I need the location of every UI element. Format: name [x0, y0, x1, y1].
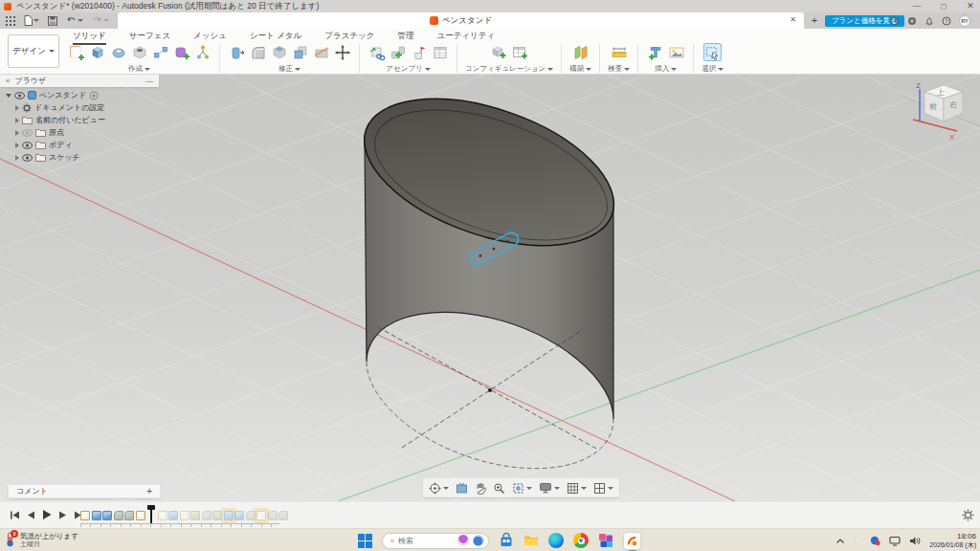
weather-widget[interactable]: 9 気温が上がります 土曜日: [3, 531, 78, 548]
browser-root-row[interactable]: ペンスタンド: [0, 89, 159, 101]
job-status-icon[interactable]: [890, 16, 900, 26]
new-tab-button[interactable]: +: [809, 14, 820, 26]
new-component-icon[interactable]: [368, 43, 386, 61]
close-button[interactable]: ✕: [965, 0, 976, 12]
explorer-icon[interactable]: [523, 533, 539, 548]
timeline-feature-extrude-icon[interactable]: [234, 511, 244, 520]
browser-item-doc-settings[interactable]: ドキュメントの設定: [0, 101, 159, 114]
taskbar-clock[interactable]: 18:06 2026/01/08 (木): [929, 532, 976, 549]
play-icon[interactable]: [42, 509, 52, 520]
view-cube[interactable]: Z X 上 前 右: [905, 77, 980, 147]
tray-x-app-icon[interactable]: ✕: [854, 536, 861, 546]
timeline-feature-sketch-icon[interactable]: [180, 511, 189, 520]
create-form-icon[interactable]: [172, 43, 190, 61]
browser-root-label[interactable]: ペンスタンド: [39, 90, 86, 100]
configuration-table-icon[interactable]: [511, 43, 529, 61]
tray-chevron-up-icon[interactable]: [835, 538, 845, 544]
timeline-feature-fillet-icon[interactable]: [246, 511, 256, 520]
add-comment-button[interactable]: +: [146, 486, 152, 496]
tab-close-icon[interactable]: ✕: [790, 15, 796, 24]
insert-image-icon[interactable]: [667, 43, 685, 61]
browser-item-bodies[interactable]: ボディ: [0, 139, 159, 151]
timeline-feature-sketch-icon[interactable]: [136, 511, 145, 520]
model-viewport[interactable]: « ブラウザ — ペンスタンド ドキュメントの設定: [0, 75, 980, 501]
undo-icon[interactable]: [66, 16, 83, 25]
store-icon[interactable]: [499, 533, 514, 548]
joint-icon[interactable]: [389, 43, 407, 61]
tray-status-dot-icon[interactable]: [870, 536, 880, 546]
notifications-bell-icon[interactable]: [924, 16, 934, 26]
joint-origin-icon[interactable]: [410, 43, 428, 61]
bom-table-icon[interactable]: [431, 43, 449, 61]
edge-icon[interactable]: [548, 533, 564, 548]
search-highlight-image-shoe[interactable]: [473, 535, 484, 546]
chrome-icon[interactable]: [573, 533, 589, 548]
timeline-feature-sketch-icon[interactable]: [80, 511, 90, 520]
caret-right-icon[interactable]: [15, 118, 19, 123]
create-sketch-icon[interactable]: [67, 43, 85, 61]
display-settings-icon[interactable]: [539, 482, 560, 494]
shell-icon[interactable]: [270, 43, 288, 61]
timeline-feature-fillet-icon[interactable]: [114, 511, 123, 520]
eye-icon[interactable]: [14, 92, 25, 99]
caret-right-icon[interactable]: [15, 143, 19, 148]
app-grid-icon[interactable]: [6, 16, 15, 26]
timeline-feature-pattern-icon[interactable]: [190, 511, 200, 520]
timeline-ruler[interactable]: [80, 523, 279, 527]
activate-radio-icon[interactable]: [89, 91, 99, 100]
insert-canvas-icon[interactable]: [646, 43, 664, 61]
timeline-feature-sketch-icon[interactable]: [158, 511, 167, 520]
construction-plane-icon[interactable]: [571, 43, 590, 61]
redo-icon[interactable]: [92, 16, 109, 25]
browser-minimize-icon[interactable]: —: [145, 77, 153, 85]
fit-icon[interactable]: [512, 482, 532, 495]
browser-header[interactable]: « ブラウザ —: [0, 75, 159, 87]
configuration-icon[interactable]: [490, 43, 508, 61]
measure-icon[interactable]: [610, 43, 628, 61]
timeline-feature-fillet-icon[interactable]: [124, 511, 134, 520]
cylinder-body[interactable]: [345, 75, 633, 469]
avatar[interactable]: RY: [959, 15, 970, 27]
settings-gear-icon[interactable]: [962, 508, 974, 525]
design-workspace-dropdown[interactable]: デザイン: [8, 34, 59, 68]
timeline-feature-fillet-icon[interactable]: [268, 511, 278, 520]
press-pull-icon[interactable]: [228, 43, 246, 61]
step-forward-icon[interactable]: [58, 510, 67, 520]
timeline-feature-extrude-icon[interactable]: [224, 511, 234, 520]
search-input[interactable]: [398, 537, 454, 545]
timeline-feature-extrude-icon[interactable]: [168, 511, 178, 520]
fusion-taskbar-icon[interactable]: [623, 532, 641, 550]
select-window-icon[interactable]: [703, 43, 722, 61]
combine-icon[interactable]: [291, 43, 309, 61]
zoom-icon[interactable]: [493, 482, 505, 495]
step-back-icon[interactable]: [27, 510, 35, 520]
timeline-feature-fillet-icon[interactable]: [202, 511, 212, 520]
timeline-feature-extrude-icon[interactable]: [92, 511, 101, 520]
extensions-icon[interactable]: [907, 16, 917, 26]
caret-right-icon[interactable]: [15, 155, 19, 161]
help-icon[interactable]: ?: [942, 16, 951, 26]
hole-icon[interactable]: [130, 43, 148, 61]
eye-icon[interactable]: [22, 142, 33, 149]
comments-bar[interactable]: コメント +: [8, 484, 161, 498]
timeline-feature-extrude-icon[interactable]: [102, 511, 112, 520]
browser-item-named-views[interactable]: 名前の付いたビュー: [0, 114, 159, 126]
browser-collapse-icon[interactable]: «: [6, 77, 10, 85]
taskbar-search[interactable]: [382, 533, 489, 549]
search-highlight-image-tulip[interactable]: [457, 535, 469, 546]
file-menu-icon[interactable]: [24, 15, 39, 26]
skip-to-start-icon[interactable]: [10, 510, 20, 520]
look-at-icon[interactable]: [456, 482, 468, 495]
minimize-button[interactable]: —: [911, 0, 923, 12]
timeline-feature-fillet-icon[interactable]: [278, 511, 288, 520]
save-icon[interactable]: [48, 16, 57, 26]
browser-item-sketches[interactable]: スケッチ: [0, 151, 159, 164]
caret-right-icon[interactable]: [15, 130, 19, 136]
tray-speaker-icon[interactable]: [909, 536, 921, 546]
pan-icon[interactable]: [475, 482, 486, 495]
start-icon[interactable]: [358, 534, 372, 548]
split-body-icon[interactable]: [312, 43, 330, 61]
tray-monitor-icon[interactable]: [889, 536, 901, 546]
pattern-icon[interactable]: [151, 43, 169, 61]
eye-icon[interactable]: [22, 154, 33, 162]
